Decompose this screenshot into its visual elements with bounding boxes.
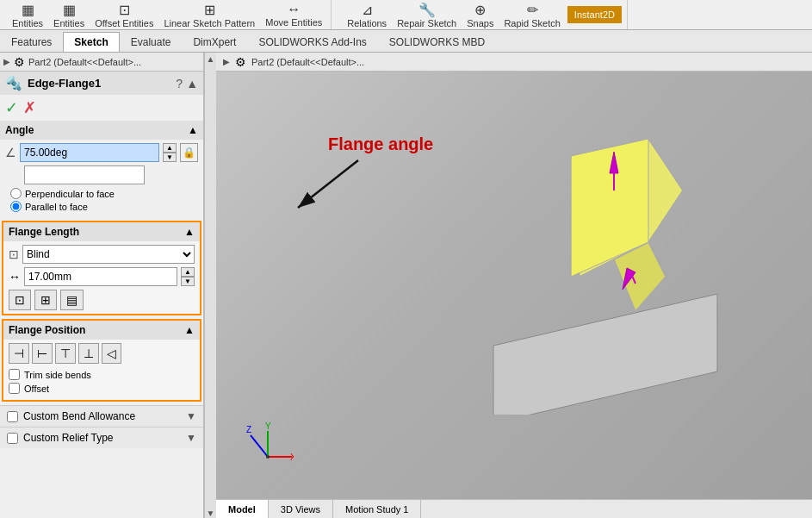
offset-checkbox[interactable]	[9, 383, 20, 394]
custom-bend-allowance-row[interactable]: Custom Bend Allowance ▼	[0, 405, 203, 427]
custom-bend-allowance-label: Custom Bend Allowance	[23, 410, 135, 422]
angle-second-input-row	[24, 165, 198, 184]
toolbar-instant2d-label: Instant2D	[574, 9, 615, 20]
blind-select[interactable]: Blind	[22, 245, 195, 264]
trim-side-bends-checkbox[interactable]	[9, 369, 20, 380]
tab-features[interactable]: Features	[0, 32, 63, 52]
toolbar-entities-btn[interactable]: ▦ Entities	[9, 0, 46, 30]
svg-line-11	[251, 435, 268, 457]
angle-section: Angle ▲ ∠ ▲ ▼ 🔒	[0, 121, 203, 217]
viewport: ▶ ⚙ Part2 (Default<<Default>... Flange a…	[216, 53, 812, 518]
flange-length-content: ⊡ Blind ↔ ▲ ▼ ⊡	[3, 241, 200, 314]
offset-row: Offset	[9, 383, 195, 394]
panel-help-btn[interactable]: ?	[176, 77, 183, 90]
length-spin-up[interactable]: ▲	[181, 267, 195, 277]
custom-bend-allowance-label-row: Custom Bend Allowance	[7, 410, 135, 422]
pos-btn-3[interactable]: ⊤	[55, 343, 76, 364]
arrow-svg	[281, 152, 367, 221]
tab-dimxpert[interactable]: DimXpert	[182, 32, 247, 52]
toolbar-section-relations: ⊿ Relations 🔧 Repair Sketch ⊕ Snaps ✏ Ra…	[338, 0, 628, 29]
toolbar-entities-label: Entities	[12, 18, 43, 28]
trim-side-bends-label: Trim side bends	[24, 370, 91, 380]
tree-part-icon: ⚙	[14, 55, 25, 69]
scroll-down-arrow[interactable]: ▼	[207, 509, 215, 518]
trim-side-bends-row: Trim side bends	[9, 369, 195, 380]
flange-length-header[interactable]: Flange Length ▲	[3, 222, 200, 241]
bottom-tab-3dviews[interactable]: 3D Views	[269, 500, 333, 518]
pos-btn-row: ⊣ ⊢ ⊤ ⊥ ◁	[9, 343, 195, 364]
breadcrumb-icon: ⚙	[235, 55, 246, 69]
toolbar-instant2d-btn[interactable]: Instant2D	[567, 6, 622, 23]
angle-spin-up[interactable]: ▲	[163, 143, 177, 153]
angle-second-input[interactable]	[24, 165, 145, 184]
pos-btn-4[interactable]: ⊥	[78, 343, 99, 364]
custom-bend-allowance-checkbox[interactable]	[7, 411, 18, 422]
flange-length-collapse: ▲	[184, 226, 195, 238]
pos-btn-5[interactable]: ◁	[102, 343, 121, 364]
custom-relief-type-checkbox[interactable]	[7, 433, 18, 444]
bottom-tab-model[interactable]: Model	[216, 500, 269, 518]
toolbar-move-btn[interactable]: ↔ Move Entities	[262, 0, 325, 29]
flange-position-header[interactable]: Flange Position ▲	[3, 321, 200, 340]
length-input[interactable]	[24, 267, 177, 286]
scroll-up-arrow[interactable]: ▲	[207, 54, 215, 64]
bottom-tab-motion[interactable]: Motion Study 1	[333, 500, 421, 518]
pos-btn-2[interactable]: ⊢	[32, 343, 53, 364]
toolbar-snaps-btn[interactable]: ⊕ Snaps	[463, 0, 497, 30]
panel-title: Edge-Flange1	[28, 77, 101, 90]
custom-relief-type-chevron: ▼	[186, 432, 196, 444]
toolbar-repair-btn[interactable]: 🔧 Repair Sketch	[394, 0, 460, 30]
axes-container: Z Y X	[242, 422, 294, 477]
tab-addins[interactable]: SOLIDWORKS Add-Ins	[247, 32, 377, 52]
perpendicular-radio[interactable]	[10, 188, 22, 199]
top-toolbar: ▦ Entities ▦ Entities ⊡ Offset Entities …	[0, 0, 812, 30]
parallel-radio-row: Parallel to face	[10, 201, 198, 212]
angle-input[interactable]	[20, 143, 159, 162]
panel-collapse-btn[interactable]: ▲	[186, 77, 198, 90]
toolbar-entities2-btn[interactable]: ▦ Entities	[50, 0, 88, 30]
feature-tree-header: ▶ ⚙ Part2 (Default<<Default>...	[0, 53, 203, 72]
toolbar-offset-btn[interactable]: ⊡ Offset Entities	[91, 0, 157, 30]
left-panel: ▶ ⚙ Part2 (Default<<Default>... 🔩 Edge-F…	[0, 53, 204, 518]
length-btn3[interactable]: ▤	[60, 290, 84, 310]
z-label: Z	[246, 425, 251, 434]
angle-label: Angle	[5, 124, 34, 136]
cancel-button[interactable]: ✗	[23, 98, 36, 117]
tab-mbd[interactable]: SOLIDWORKS MBD	[378, 32, 496, 52]
angle-section-header[interactable]: Angle ▲	[0, 121, 203, 140]
length-icon: ↔	[9, 270, 21, 284]
tab-bar: Features Sketch Evaluate DimXpert SOLIDW…	[0, 30, 812, 53]
tab-evaluate[interactable]: Evaluate	[120, 32, 183, 52]
property-panel: 🔩 Edge-Flange1 ? ▲ ✓ ✗ Angle ▲	[0, 72, 203, 518]
length-spin-down[interactable]: ▼	[181, 277, 195, 286]
length-btn2[interactable]: ⊞	[34, 290, 57, 310]
entities-icon: ▦	[22, 2, 34, 18]
toolbar-offset-label: Offset Entities	[95, 18, 153, 28]
parallel-radio[interactable]	[10, 201, 22, 212]
breadcrumb-text: Part2 (Default<<Default>...	[251, 57, 364, 67]
toolbar-repair-label: Repair Sketch	[397, 18, 456, 28]
length-input-row: ↔ ▲ ▼	[9, 267, 195, 286]
tab-sketch[interactable]: Sketch	[63, 32, 119, 52]
flange-position-section: Flange Position ▲ ⊣ ⊢ ⊤ ⊥ ◁ Trim side be…	[2, 319, 201, 402]
angle-spin-down[interactable]: ▼	[163, 153, 177, 162]
custom-relief-type-row[interactable]: Custom Relief Type ▼	[0, 427, 203, 448]
toolbar-relations-btn[interactable]: ⊿ Relations	[344, 0, 390, 30]
toolbar-rapid-btn[interactable]: ✏ Rapid Sketch	[500, 0, 563, 30]
perpendicular-radio-row: Perpendicular to face	[10, 188, 198, 199]
ok-button[interactable]: ✓	[5, 98, 18, 117]
blind-icon: ⊡	[9, 247, 19, 261]
angle-spinner: ▲ ▼	[163, 143, 177, 162]
pos-btn-1[interactable]: ⊣	[9, 343, 29, 364]
snaps-icon: ⊕	[474, 2, 486, 18]
angle-deg-icon: ∠	[5, 146, 16, 159]
toolbar-linear-btn[interactable]: ⊞ Linear Sketch Pattern	[160, 0, 258, 30]
linear-icon: ⊞	[204, 2, 215, 18]
rapid-icon: ✏	[527, 2, 538, 18]
length-btn1[interactable]: ⊡	[9, 290, 31, 310]
angle-lock-btn[interactable]: 🔒	[180, 143, 198, 162]
toolbar-entities2-label: Entities	[53, 18, 84, 28]
scrollbar[interactable]: ▲ ▼	[204, 53, 216, 518]
angle-section-content: ∠ ▲ ▼ 🔒 Perpendicular to face	[0, 140, 203, 217]
axes-svg: Z Y X	[242, 422, 294, 474]
